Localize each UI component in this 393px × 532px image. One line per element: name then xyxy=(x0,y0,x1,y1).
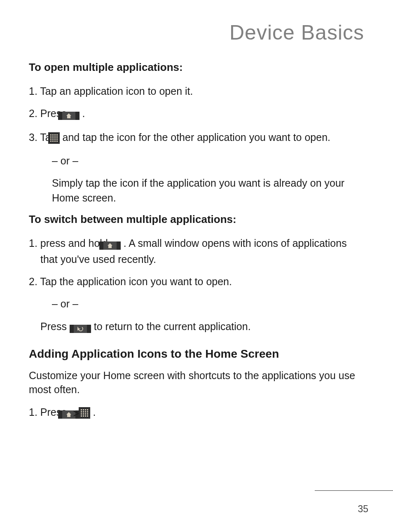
step-6-text-a: Press xyxy=(40,321,70,332)
step-3-text-c: Simply tap the icon if the application y… xyxy=(52,176,364,206)
adding-para: Customize your Home screen with shortcut… xyxy=(29,369,364,397)
step-6-text-b: to return to the current application. xyxy=(94,321,251,332)
svg-rect-24 xyxy=(70,325,74,333)
svg-rect-5 xyxy=(52,134,54,136)
step-2-text-b: . xyxy=(82,108,85,119)
back-icon xyxy=(70,320,91,335)
svg-rect-22 xyxy=(117,241,121,250)
step-6: Press to return to the current applicati… xyxy=(29,319,364,335)
step-7: 1. Press > . xyxy=(29,405,364,421)
svg-rect-39 xyxy=(83,413,84,415)
svg-rect-4 xyxy=(50,134,51,136)
svg-rect-17 xyxy=(52,141,54,142)
svg-rect-45 xyxy=(87,415,88,417)
step-4-text-a: 1. press and hold xyxy=(29,237,111,249)
svg-rect-6 xyxy=(54,134,56,136)
footer-rule xyxy=(315,490,393,491)
svg-rect-27 xyxy=(58,410,62,419)
svg-rect-1 xyxy=(58,112,62,120)
step-1: 1. Tap an application icon to open it. xyxy=(29,84,364,98)
svg-rect-12 xyxy=(50,138,51,140)
svg-rect-16 xyxy=(50,141,51,142)
svg-rect-41 xyxy=(87,413,88,415)
svg-rect-18 xyxy=(54,141,56,142)
svg-rect-3 xyxy=(48,132,60,144)
home-icon xyxy=(111,237,121,252)
svg-rect-34 xyxy=(81,411,82,412)
svg-rect-21 xyxy=(99,241,103,250)
section-adding-icons: Adding Application Icons to the Home Scr… xyxy=(29,347,364,361)
svg-rect-35 xyxy=(83,411,84,412)
section-open-multiple: To open multiple applications: xyxy=(29,61,364,74)
svg-rect-19 xyxy=(56,141,58,142)
page-title: Device Basics xyxy=(29,21,364,45)
or-1: – or – xyxy=(52,153,364,168)
step-7-text-b: . xyxy=(93,406,96,418)
svg-rect-36 xyxy=(85,411,86,412)
svg-rect-25 xyxy=(87,325,91,333)
step-5: 2. Tap the application icon you want to … xyxy=(29,274,364,289)
svg-rect-2 xyxy=(75,112,80,120)
svg-rect-11 xyxy=(56,136,58,138)
home-icon xyxy=(70,107,80,122)
svg-rect-31 xyxy=(83,409,84,410)
svg-rect-29 xyxy=(79,407,90,419)
step-3-text-b: and tap the icon for the other applicati… xyxy=(63,131,330,143)
svg-rect-30 xyxy=(81,409,82,410)
svg-rect-43 xyxy=(83,415,84,417)
svg-rect-42 xyxy=(81,415,82,417)
section-switch: To switch between multiple applications: xyxy=(29,213,364,226)
or-2: – or – xyxy=(40,296,364,311)
step-3: 3. Tap and tap the icon for the other ap… xyxy=(29,130,364,206)
step-4: 1. press and hold . A small window opens… xyxy=(29,236,364,267)
svg-rect-13 xyxy=(52,138,54,140)
svg-rect-37 xyxy=(87,411,88,412)
svg-rect-7 xyxy=(56,134,58,136)
svg-rect-44 xyxy=(85,415,86,417)
svg-rect-33 xyxy=(87,409,88,410)
svg-rect-10 xyxy=(54,136,56,138)
page-container: Device Basics To open multiple applicati… xyxy=(0,0,393,532)
svg-rect-32 xyxy=(85,409,86,410)
svg-rect-40 xyxy=(85,413,86,415)
svg-rect-38 xyxy=(81,413,82,415)
svg-rect-8 xyxy=(50,136,51,138)
svg-rect-14 xyxy=(54,138,56,140)
step-2: 2. Press . xyxy=(29,106,364,122)
svg-rect-15 xyxy=(56,138,58,140)
svg-rect-9 xyxy=(52,136,54,138)
page-number: 35 xyxy=(358,504,368,515)
